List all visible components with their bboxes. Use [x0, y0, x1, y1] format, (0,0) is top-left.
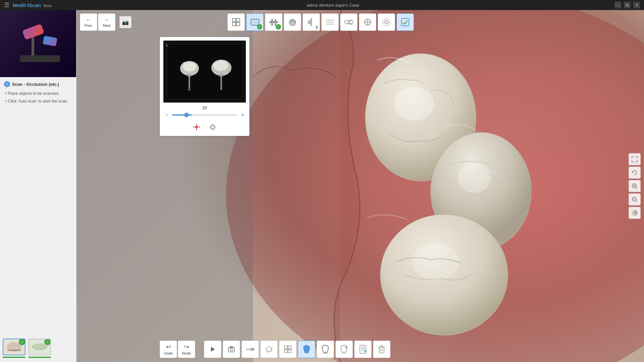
scan-brightness-button[interactable]: [207, 122, 218, 132]
reset-view-button[interactable]: [629, 167, 641, 179]
svg-rect-27: [308, 20, 311, 24]
edit-icon: [363, 17, 372, 27]
undo-label: Undo: [164, 351, 173, 355]
zoom-in-button[interactable]: [629, 180, 641, 192]
toolbar-edit[interactable]: [359, 13, 376, 31]
thumb-item-1[interactable]: ✓: [3, 339, 25, 358]
prev-label: Prev.: [85, 23, 93, 27]
camera-capture-button[interactable]: 📷: [119, 16, 131, 28]
redo-button[interactable]: ↪ Redo: [178, 341, 195, 358]
toolbar-settings[interactable]: [378, 13, 395, 31]
sidebar: i Scan - Occlusion (etc.) Place objects …: [0, 10, 76, 362]
thumb-check-2: ✓: [44, 339, 51, 345]
thumb-progress-fill-2: [28, 357, 51, 358]
scanner-model-image: [13, 22, 63, 65]
svg-point-35: [383, 18, 390, 26]
contrast-badge: 2: [316, 25, 318, 29]
toolbar-scan-view[interactable]: ✓: [246, 13, 264, 31]
redo-label: Redo: [182, 351, 191, 355]
svg-rect-18: [269, 21, 278, 23]
svg-rect-46: [219, 74, 223, 77]
app-name: Medit: [13, 2, 26, 8]
color-mode-button[interactable]: [629, 207, 641, 219]
svg-rect-78: [284, 350, 287, 353]
edit-tooth-button[interactable]: [335, 341, 353, 358]
next-button[interactable]: → Next: [98, 13, 115, 31]
svg-point-29: [348, 20, 353, 24]
zoom-out-button[interactable]: [629, 193, 641, 205]
toolbar-camera[interactable]: [284, 13, 301, 31]
titlebar: ☰ Medit tScan Beta wilma denture dupe's …: [0, 0, 644, 10]
svg-point-33: [367, 21, 369, 23]
thumb-box-2[interactable]: ✓: [28, 339, 51, 355]
edit-tooth-icon: [339, 345, 349, 354]
toolbar-complete[interactable]: [396, 13, 414, 31]
crosshair-icon: [193, 123, 201, 131]
svg-rect-75: [252, 348, 254, 351]
svg-point-47: [182, 62, 187, 65]
color-mode-icon: [632, 210, 638, 216]
fullscreen-button[interactable]: [629, 153, 641, 165]
thumb-box-1[interactable]: ✓: [3, 339, 25, 355]
flow-button[interactable]: [241, 341, 259, 358]
scan-value-number: 20: [202, 105, 207, 110]
main-layout: i Scan - Occlusion (etc.) Place objects …: [0, 10, 644, 362]
rotate-button[interactable]: [260, 341, 278, 358]
svg-line-57: [210, 125, 211, 126]
thumb-progress-2: [28, 357, 51, 358]
svg-rect-21: [271, 23, 273, 26]
minimize-button[interactable]: –: [614, 2, 621, 8]
report-button[interactable]: [354, 341, 372, 358]
complete-icon: [400, 17, 410, 27]
svg-rect-2: [7, 350, 21, 351]
scan-brightness-slider[interactable]: [172, 114, 237, 116]
next-arrow-icon: →: [104, 17, 109, 23]
reset-view-icon: [632, 170, 638, 176]
brightness-icon: [209, 123, 217, 131]
tooth-outline-button[interactable]: [317, 341, 334, 358]
svg-rect-71: [228, 347, 234, 352]
nav-buttons: ← Prev. → Next: [80, 13, 115, 31]
delete-button[interactable]: [373, 341, 390, 358]
svg-point-48: [218, 61, 224, 64]
smooth-icon: [325, 18, 335, 26]
toolbar-articulator[interactable]: ✓: [265, 13, 282, 31]
tooth-filled-button[interactable]: [298, 341, 315, 358]
capture-button[interactable]: [223, 341, 240, 358]
svg-rect-79: [288, 350, 291, 353]
svg-point-52: [211, 125, 214, 129]
scan-crosshair-button[interactable]: [191, 122, 202, 132]
grid-button[interactable]: [279, 341, 297, 358]
scanner-arm: [32, 36, 34, 56]
zoom-in-icon: [632, 183, 638, 189]
app-name-bold: tScan: [27, 2, 41, 8]
toolbar-align[interactable]: [340, 13, 358, 31]
fullscreen-icon: [632, 156, 638, 162]
prev-button[interactable]: ← Prev.: [80, 13, 97, 31]
scanner-light: [43, 36, 57, 47]
scan-implant-view: [168, 45, 241, 99]
svg-rect-15: [236, 22, 240, 26]
toolbar-scan-setup[interactable]: [227, 13, 245, 31]
scan-slider-row: − +: [163, 112, 246, 118]
scan-preview-image: L: [163, 41, 246, 103]
play-button[interactable]: [204, 341, 221, 358]
capture-icon: [228, 346, 235, 353]
svg-line-60: [210, 128, 211, 129]
undo-redo-buttons: ↩ Undo ↪ Redo: [160, 341, 195, 358]
thumb-item-2[interactable]: ✓: [28, 339, 51, 358]
slider-decrease-button[interactable]: −: [163, 112, 170, 118]
svg-rect-40: [189, 75, 190, 88]
close-button[interactable]: ✕: [633, 2, 640, 8]
svg-point-11: [412, 243, 459, 280]
restore-button[interactable]: ⧉: [624, 2, 631, 8]
svg-point-25: [292, 22, 293, 23]
menu-icon[interactable]: ☰: [4, 1, 9, 9]
info-header: i Scan - Occlusion (etc.): [4, 81, 72, 87]
slider-increase-button[interactable]: +: [239, 112, 246, 118]
svg-rect-86: [379, 347, 384, 353]
scan-view-check: ✓: [257, 24, 262, 29]
toolbar-smooth[interactable]: [321, 13, 339, 31]
undo-button[interactable]: ↩ Undo: [160, 341, 177, 358]
toolbar-contrast[interactable]: 2: [303, 13, 320, 31]
